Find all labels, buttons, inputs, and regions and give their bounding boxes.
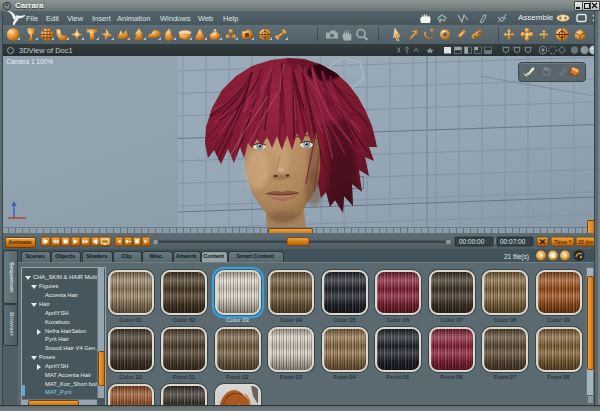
svg-text:/: / [494, 238, 496, 245]
svg-text:Time: Time [554, 239, 568, 245]
svg-text:00:00:00: 00:00:00 [459, 238, 485, 245]
svg-text:25 fps: 25 fps [578, 239, 593, 245]
svg-text:00:07:00: 00:07:00 [500, 238, 526, 245]
